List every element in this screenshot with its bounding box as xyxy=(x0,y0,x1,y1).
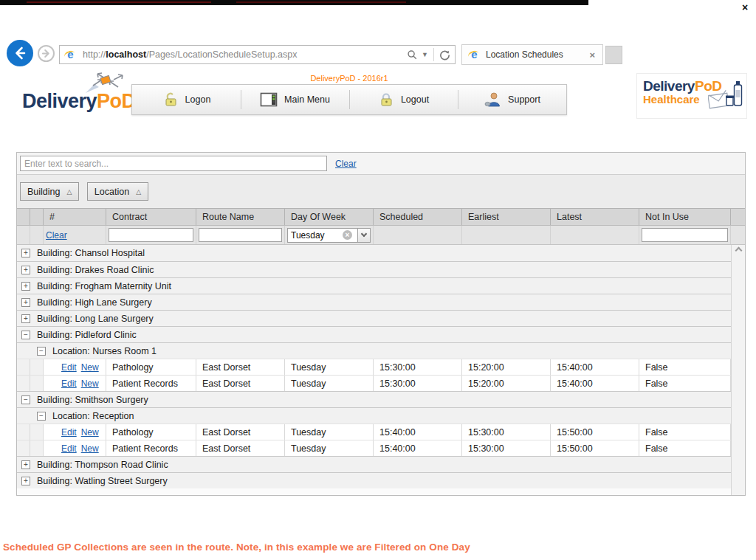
expand-icon[interactable]: + xyxy=(21,477,30,485)
new-link[interactable]: New xyxy=(81,427,99,438)
building-label: Building: Watling Street Surgery xyxy=(37,476,168,486)
filter-day-of-week-combo[interactable]: Tuesday× xyxy=(287,228,371,243)
deliverypod-logo: DeliveryPoD xyxy=(22,74,140,117)
location-group-row: −Location: Nurses Room 1 xyxy=(17,342,731,359)
cell-earliest: 15:30:00 xyxy=(462,424,551,440)
building-group-row: +Building: Long Lane Surgery xyxy=(17,310,731,326)
cell-day-of-week: Tuesday xyxy=(285,359,374,375)
tab-title: Location Schedules xyxy=(486,49,588,60)
filter-not-in-use-input[interactable] xyxy=(642,228,728,242)
ie-tab-icon: e xyxy=(468,49,481,61)
header-scheduled[interactable]: Scheduled xyxy=(374,209,462,225)
new-link[interactable]: New xyxy=(81,443,99,454)
group-by-building-button[interactable]: Building△ xyxy=(20,182,79,201)
browser-tab-location-schedules[interactable]: e Location Schedules × xyxy=(461,44,603,65)
building-group-row: −Building: Pidleford Clinic xyxy=(17,326,731,342)
expand-icon[interactable]: + xyxy=(21,249,30,257)
building-group-row: +Building: Watling Street Surgery xyxy=(17,472,731,488)
new-link[interactable]: New xyxy=(81,378,99,389)
row-actions-cell: EditNew xyxy=(44,359,106,375)
header-route-name[interactable]: Route Name xyxy=(196,209,285,225)
scroll-up-icon[interactable] xyxy=(735,247,742,255)
row-indent-cell xyxy=(30,359,44,375)
clear-filter-icon[interactable]: × xyxy=(343,230,352,240)
group-by-row: Building△ Location△ xyxy=(17,175,745,209)
nav-label: Logon xyxy=(185,94,211,105)
cell-not-in-use: False xyxy=(639,424,731,440)
cell-day-of-week: Tuesday xyxy=(285,424,374,440)
collapse-icon[interactable]: − xyxy=(37,347,46,356)
tab-close-icon[interactable]: × xyxy=(588,49,597,61)
url-text: http://localhost/Pages/LocationScheduleS… xyxy=(83,49,407,60)
header-earliest[interactable]: Earliest xyxy=(462,209,551,225)
window-icon xyxy=(260,92,278,107)
nav-label: Logout xyxy=(401,94,429,105)
divider xyxy=(433,48,434,61)
new-tab-stub[interactable] xyxy=(605,46,622,64)
search-input[interactable] xyxy=(20,156,327,171)
schedule-row: EditNewPatient RecordsEast DorsetTuesday… xyxy=(17,440,731,456)
cell-earliest: 15:20:00 xyxy=(462,359,551,375)
schedule-row: EditNewPathologyEast DorsetTuesday15:40:… xyxy=(17,424,731,440)
edit-link[interactable]: Edit xyxy=(61,443,77,454)
group-by-location-button[interactable]: Location△ xyxy=(87,182,148,201)
filter-route-name-input[interactable] xyxy=(199,228,282,242)
sort-ascending-icon: △ xyxy=(136,188,141,196)
search-dropdown-caret-icon[interactable]: ▼ xyxy=(422,51,428,58)
edit-link[interactable]: Edit xyxy=(61,427,77,438)
building-group-row: +Building: Thompson Road Clinic xyxy=(17,456,731,472)
building-group-row: +Building: Drakes Road Clinic xyxy=(17,261,731,277)
location-schedule-setup-page: × e http://localhost/Pages/LocationSched… xyxy=(0,0,756,560)
chevron-down-icon xyxy=(361,231,367,237)
expand-icon[interactable]: + xyxy=(21,282,30,291)
nav-item-main-menu[interactable]: Main Menu xyxy=(241,85,349,114)
location-label: Location: Reception xyxy=(52,411,134,421)
header-day-of-week[interactable]: Day Of Week xyxy=(285,209,374,225)
nav-item-logout[interactable]: Logout xyxy=(349,85,458,114)
browser-forward-button[interactable] xyxy=(38,45,55,62)
building-label: Building: Long Lane Surgery xyxy=(37,314,154,324)
new-link[interactable]: New xyxy=(81,362,99,373)
expand-icon[interactable]: + xyxy=(21,298,30,307)
header-not-in-use[interactable]: Not In Use xyxy=(639,209,731,225)
building-group-row: +Building: High Lane Surgery xyxy=(17,294,731,310)
logo-text-pod: PoD xyxy=(97,90,136,112)
row-indent-cell xyxy=(30,440,44,456)
filter-contract-input[interactable] xyxy=(109,228,193,242)
filter-clear-link[interactable]: Clear xyxy=(46,230,67,241)
refresh-icon[interactable] xyxy=(439,49,450,61)
header-filler xyxy=(731,209,745,225)
cell-earliest: 15:20:00 xyxy=(462,376,551,391)
edit-link[interactable]: Edit xyxy=(61,378,77,389)
collapse-icon[interactable]: − xyxy=(21,395,30,404)
search-icon[interactable] xyxy=(407,49,418,61)
expand-icon[interactable]: + xyxy=(21,314,30,323)
dropdown-button[interactable] xyxy=(357,228,371,243)
expand-icon[interactable]: + xyxy=(21,460,30,469)
cell-contract: Patient Records xyxy=(106,376,196,391)
header-contract[interactable]: Contract xyxy=(106,209,196,225)
edit-link[interactable]: Edit xyxy=(61,362,77,373)
collapse-icon[interactable]: − xyxy=(37,412,46,421)
search-row: Clear xyxy=(17,153,745,175)
header-latest[interactable]: Latest xyxy=(551,209,639,225)
vertical-scrollbar[interactable] xyxy=(731,245,745,495)
search-clear-link[interactable]: Clear xyxy=(335,159,357,169)
cell-scheduled: 15:30:00 xyxy=(374,359,462,375)
building-label: Building: Frogham Maternity Unit xyxy=(37,281,171,291)
window-close-icon[interactable]: × xyxy=(738,1,752,14)
row-actions-cell: EditNew xyxy=(44,376,106,391)
address-bar[interactable]: e http://localhost/Pages/LocationSchedul… xyxy=(59,45,456,64)
cell-route-name: East Dorset xyxy=(196,359,285,375)
expand-icon[interactable]: + xyxy=(21,266,30,274)
cell-latest: 15:40:00 xyxy=(551,359,639,375)
collapse-icon[interactable]: − xyxy=(21,331,30,339)
schedule-row: EditNewPatient RecordsEast DorsetTuesday… xyxy=(17,375,731,391)
cell-route-name: East Dorset xyxy=(196,424,285,440)
grid-header-row: # Contract Route Name Day Of Week Schedu… xyxy=(17,209,745,226)
cell-route-name: East Dorset xyxy=(196,440,285,456)
header-number[interactable]: # xyxy=(44,209,106,225)
nav-item-logon[interactable]: Logon xyxy=(132,85,241,114)
browser-back-button[interactable] xyxy=(7,40,33,66)
nav-item-support[interactable]: Support xyxy=(458,85,566,114)
